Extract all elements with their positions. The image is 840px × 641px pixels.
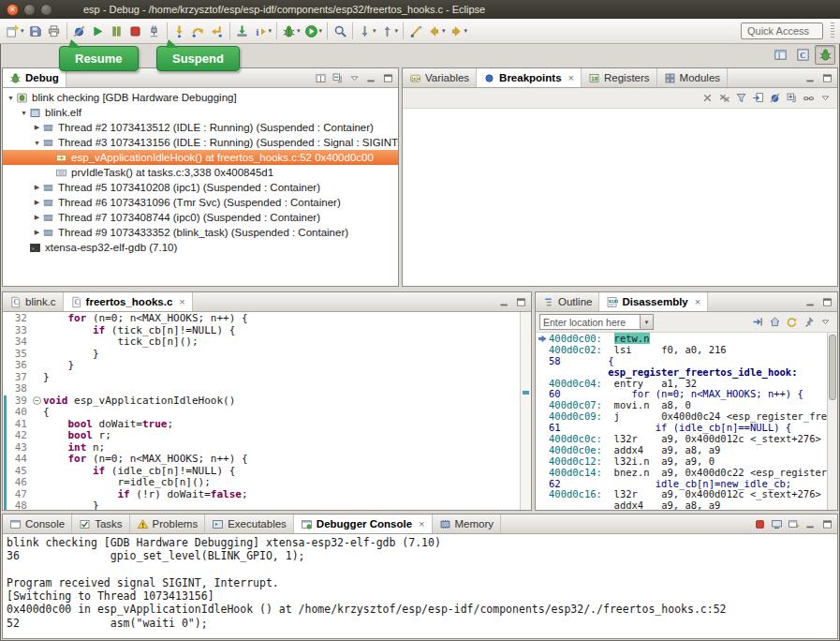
minimize-button[interactable] [802,293,818,310]
dropdown-arrow-icon[interactable]: ▾ [21,27,24,35]
debug-tab-debug[interactable]: Debug [3,68,66,87]
forward-button[interactable]: ▾ [448,21,470,41]
collapse-fold-icon[interactable]: − [33,396,41,405]
maximize-button[interactable] [818,515,835,532]
close-tab-icon[interactable]: × [568,72,574,83]
step-return-button[interactable] [208,21,227,41]
maximize-button[interactable] [379,69,396,86]
debug-perspective-button[interactable] [815,45,835,65]
right-view-tab-variables[interactable]: (x)=Variables [403,68,477,87]
expand-all-button[interactable] [783,90,800,107]
overview-ruler[interactable] [520,312,531,510]
expand-twisty-icon[interactable]: ▶ [32,199,42,206]
maximize-button[interactable] [818,69,835,86]
search-button[interactable] [331,21,349,41]
skip-all-breakpoints-button[interactable] [70,21,89,41]
terminate-button[interactable] [751,515,768,532]
prev-annotation-button[interactable]: ▾ [378,21,401,41]
disassembly-line[interactable]: 400d0c02: lsi f0, a0, 216 [549,345,827,356]
dropdown-arrow-icon[interactable]: ▾ [269,27,273,35]
expand-twisty-icon[interactable]: ▶ [32,124,42,131]
remove-all-breakpoints-button[interactable] [715,90,732,107]
print-button[interactable] [45,21,64,41]
maximize-button[interactable] [512,293,529,310]
dropdown-arrow-icon[interactable]: ▾ [297,27,301,35]
collapse-twisty-icon[interactable]: ▼ [19,110,29,116]
console-tab-tasks[interactable]: Tasks [72,514,129,533]
close-tab-icon[interactable]: × [419,518,424,529]
disassembly-scrollbar[interactable] [827,333,837,510]
terminate-button[interactable] [126,21,145,41]
debug-tree-row[interactable]: >_xtensa-esp32-elf-gdb (7.10) [3,240,398,255]
resume-button[interactable] [89,21,108,41]
code-area[interactable]: for (n=0; n<MAX_HOOKS; n++) { if (tick_c… [43,312,520,510]
console-tab-executables[interactable]: Executables [205,514,294,533]
debug-tree-row[interactable]: prvIdleTask() at tasks.c:3,338 0x400845d… [3,165,398,180]
remove-breakpoint-button[interactable] [699,90,715,107]
instruction-stepping-button[interactable]: i▾ [252,21,274,41]
view-menu-button[interactable] [346,69,362,86]
step-over-button[interactable] [189,21,208,41]
console-tab-problems[interactable]: Problems [130,514,206,533]
minimize-button[interactable] [495,293,512,310]
right-view-tab-modules[interactable]: Modules [657,68,728,87]
view-menu-button[interactable] [817,314,833,331]
disassembly-tab-outline[interactable]: Outline [536,292,599,311]
dropdown-arrow-icon[interactable]: ▾ [442,27,446,35]
perspective-bar-handle[interactable] [831,22,834,39]
debug-button[interactable]: ▾ [280,21,302,41]
editor-tab-blink-c[interactable]: Cblink.c [3,292,64,311]
show-breakpoints-for-button[interactable] [732,90,749,107]
close-tab-icon[interactable]: × [695,296,700,307]
dropdown-arrow-icon[interactable]: ▾ [319,27,323,35]
minimize-button[interactable] [802,515,818,532]
right-view-tab-registers[interactable]: 10Registers [582,68,657,87]
minimize-button[interactable] [802,69,818,86]
home-button[interactable] [766,314,783,331]
step-into-button[interactable] [170,21,189,41]
save-button[interactable] [26,21,45,41]
debug-tree-row[interactable]: ▼blink checking [GDB Hardware Debugging] [3,90,398,105]
collapse-all-button[interactable] [329,69,346,86]
console-tab-console[interactable]: Console [3,514,72,533]
dropdown-arrow-icon[interactable]: ▾ [464,27,468,35]
window-close-button[interactable]: × [7,4,19,16]
expand-twisty-icon[interactable]: ▶ [32,229,42,236]
expand-twisty-icon[interactable]: ▶ [32,214,42,221]
location-combo[interactable]: Enter location here ▼ [539,314,654,330]
debug-tree-row[interactable]: esp_vApplicationIdleHook() at freertos_h… [3,150,398,165]
minimize-button[interactable] [362,69,379,86]
dropdown-arrow-icon[interactable]: ▾ [373,27,376,35]
disassembly-tab-disassembly[interactable]: 0101Disassembly× [599,292,708,311]
disconnect-button[interactable] [145,21,164,41]
run-button[interactable]: ▾ [302,21,325,41]
go-to-file-button[interactable] [749,90,766,107]
source-editor[interactable]: 3233343536373839404142434445464748 − for… [3,312,531,510]
disassembly-line[interactable]: addx4 a9, a8, a9 [549,500,827,510]
console-tab-debugger-console[interactable]: Debugger Console× [294,514,433,533]
new-wizard-button[interactable]: ▾ [4,21,26,41]
back-button[interactable]: ▾ [425,21,448,41]
pin-button[interactable] [800,314,817,331]
skip-all-button[interactable] [766,90,783,107]
link-with-debug-button[interactable] [800,90,817,107]
refresh-button[interactable] [783,314,800,331]
scrollbar-thumb[interactable] [829,335,836,400]
collapse-twisty-icon[interactable]: ▼ [6,95,16,101]
open-perspective-button[interactable] [770,45,790,65]
display-console-button[interactable] [768,515,785,532]
disassembly-line[interactable]: 400d0c14: bnez.n a9, 0x400d0c22 <esp_reg… [549,468,827,479]
view-layout-button[interactable] [312,69,329,86]
open-console-button[interactable] [785,515,802,532]
debug-tree-row[interactable]: ▼Thread #3 1073413156 (IDLE : Running) (… [3,135,398,150]
editor-tab-freertos-hooks-c[interactable]: Cfreertos_hooks.c× [64,292,193,311]
window-minimize-button[interactable] [23,4,36,16]
close-tab-icon[interactable]: × [179,296,184,307]
goto-pc-button[interactable] [749,314,766,331]
view-menu-button[interactable] [817,90,833,107]
expand-twisty-icon[interactable]: ▶ [32,184,42,191]
mixed-source-line[interactable]: 58 { [549,356,827,367]
debug-tree-row[interactable]: ▶Thread #9 1073433352 (blink_task) (Susp… [3,225,398,240]
debug-tree-row[interactable]: ▶Thread #2 1073413512 (IDLE : Running) (… [3,120,398,135]
quick-access-input[interactable]: Quick Access [741,22,823,39]
